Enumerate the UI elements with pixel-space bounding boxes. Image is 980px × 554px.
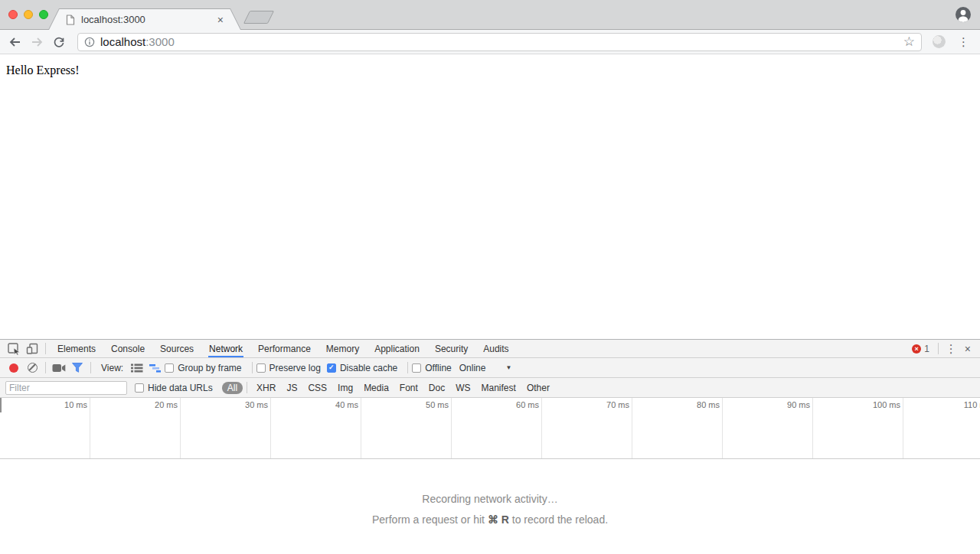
profile-avatar-icon[interactable] bbox=[955, 6, 972, 23]
error-count[interactable]: 1 bbox=[924, 344, 929, 354]
url-text: localhost:3000 bbox=[100, 35, 903, 48]
page-viewport: Hello Express! bbox=[0, 54, 980, 339]
reload-icon[interactable] bbox=[52, 35, 66, 49]
preserve-log-label: Preserve log bbox=[270, 363, 321, 373]
timeline-tick: 110 ms bbox=[903, 398, 980, 458]
filter-funnel-icon[interactable] bbox=[68, 360, 87, 376]
timeline-tick: 10 ms bbox=[0, 398, 90, 458]
group-by-frame-label: Group by frame bbox=[178, 363, 241, 373]
site-info-icon[interactable] bbox=[84, 37, 95, 47]
tab-network[interactable]: Network bbox=[201, 340, 250, 357]
tab-elements[interactable]: Elements bbox=[50, 340, 103, 357]
url-field[interactable]: localhost:3000 ☆ bbox=[77, 33, 922, 51]
divider bbox=[45, 362, 46, 373]
tab-sources[interactable]: Sources bbox=[152, 340, 201, 357]
page-body-text: Hello Express! bbox=[6, 64, 974, 77]
offline-checkbox[interactable] bbox=[412, 363, 421, 373]
group-by-frame-checkbox[interactable] bbox=[165, 363, 174, 373]
type-filter-css[interactable]: CSS bbox=[308, 383, 327, 393]
type-filter-doc[interactable]: Doc bbox=[429, 383, 445, 393]
extension-icon[interactable] bbox=[933, 35, 946, 48]
chevron-down-icon[interactable]: ▼ bbox=[505, 364, 511, 371]
bookmark-star-icon[interactable]: ☆ bbox=[903, 35, 915, 48]
clear-icon[interactable] bbox=[23, 360, 41, 376]
network-overview-timeline[interactable]: 10 ms 20 ms 30 ms 40 ms 50 ms 60 ms 70 m… bbox=[0, 398, 980, 459]
disable-cache-checkbox[interactable]: ✓ bbox=[327, 363, 336, 373]
overview-waterfall-icon[interactable] bbox=[146, 360, 165, 376]
timeline-tick: 50 ms bbox=[361, 398, 452, 458]
inspect-element-icon[interactable] bbox=[5, 341, 23, 357]
divider bbox=[45, 343, 46, 354]
reload-hint-text: Perform a request or hit ⌘ R to record t… bbox=[0, 513, 980, 526]
url-host: localhost bbox=[100, 35, 145, 48]
device-toolbar-icon[interactable] bbox=[23, 341, 41, 357]
devtools-tabs: Elements Console Sources Network Perform… bbox=[50, 340, 517, 357]
timeline-tick: 30 ms bbox=[181, 398, 271, 458]
type-filter-all[interactable]: All bbox=[222, 382, 243, 394]
tab-title: localhost:3000 bbox=[81, 14, 217, 25]
divider bbox=[247, 382, 247, 393]
type-filter-manifest[interactable]: Manifest bbox=[482, 383, 516, 393]
tab-memory[interactable]: Memory bbox=[318, 340, 367, 357]
network-toolbar: View: Group by frame Preserve log ✓ Disa… bbox=[0, 358, 980, 378]
timeline-tick: 90 ms bbox=[723, 398, 813, 458]
type-filter-media[interactable]: Media bbox=[364, 383, 389, 393]
record-icon[interactable] bbox=[5, 360, 23, 376]
tab-console[interactable]: Console bbox=[103, 340, 152, 357]
divider bbox=[90, 362, 91, 373]
url-port: :3000 bbox=[145, 35, 175, 48]
tab-close-icon[interactable]: × bbox=[217, 15, 224, 25]
timeline-tick: 60 ms bbox=[452, 398, 542, 458]
error-badge-icon[interactable]: × bbox=[912, 344, 921, 354]
tab-performance[interactable]: Performance bbox=[250, 340, 318, 357]
devtools-tabbar-right: × 1 ⋮ × bbox=[912, 343, 975, 355]
new-tab-button[interactable] bbox=[243, 11, 274, 24]
back-icon[interactable] bbox=[8, 35, 21, 49]
traffic-lights bbox=[8, 10, 48, 19]
network-empty-state: Recording network activity… Perform a re… bbox=[0, 459, 980, 554]
network-filter-bar: Hide data URLs All XHR JS CSS Img Media … bbox=[0, 378, 980, 398]
preserve-log-checkbox[interactable] bbox=[256, 363, 266, 373]
hide-data-urls-checkbox[interactable] bbox=[135, 383, 144, 393]
screenshot-camera-icon[interactable] bbox=[50, 360, 68, 376]
tab-security[interactable]: Security bbox=[427, 340, 475, 357]
devtools-tabbar: Elements Console Sources Network Perform… bbox=[0, 340, 980, 358]
overview-resize-handle[interactable] bbox=[0, 398, 2, 412]
type-filter-ws[interactable]: WS bbox=[456, 383, 470, 393]
timeline-tick: 40 ms bbox=[271, 398, 361, 458]
browser-tab[interactable]: localhost:3000 × bbox=[48, 8, 241, 30]
tab-audits[interactable]: Audits bbox=[475, 340, 516, 357]
timeline-tick: 80 ms bbox=[632, 398, 723, 458]
divider bbox=[938, 343, 939, 354]
throttling-select[interactable]: Online bbox=[459, 363, 486, 373]
filter-input[interactable] bbox=[5, 381, 127, 395]
devtools-panel: Elements Console Sources Network Perform… bbox=[0, 339, 980, 554]
timeline-tick: 100 ms bbox=[813, 398, 903, 458]
browser-window: localhost:3000 × bbox=[0, 0, 980, 554]
tab-application[interactable]: Application bbox=[367, 340, 427, 357]
type-filter-js[interactable]: JS bbox=[286, 383, 297, 393]
type-filter-img[interactable]: Img bbox=[338, 383, 353, 393]
forward-icon[interactable] bbox=[30, 35, 44, 49]
timeline-tick: 70 ms bbox=[542, 398, 632, 458]
type-filter-xhr[interactable]: XHR bbox=[256, 383, 276, 393]
keyboard-shortcut: ⌘ R bbox=[488, 513, 509, 526]
disable-cache-label: Disable cache bbox=[340, 363, 397, 373]
hide-data-urls-label: Hide data URLs bbox=[148, 383, 213, 393]
request-rows-view-icon[interactable] bbox=[128, 360, 146, 376]
devtools-close-icon[interactable]: × bbox=[960, 343, 975, 355]
minimize-window-button[interactable] bbox=[24, 10, 33, 19]
type-filter-font[interactable]: Font bbox=[400, 383, 418, 393]
titlebar: localhost:3000 × bbox=[0, 0, 980, 30]
offline-label: Offline bbox=[425, 363, 451, 373]
divider bbox=[252, 362, 253, 373]
view-label: View: bbox=[101, 363, 123, 373]
type-filter-other[interactable]: Other bbox=[527, 383, 550, 393]
close-window-button[interactable] bbox=[8, 10, 18, 19]
address-bar-row: localhost:3000 ☆ ⋮ bbox=[0, 30, 980, 54]
timeline-tick: 20 ms bbox=[90, 398, 181, 458]
page-document-icon bbox=[66, 15, 75, 25]
zoom-window-button[interactable] bbox=[39, 10, 48, 19]
devtools-menu-icon[interactable]: ⋮ bbox=[942, 343, 960, 354]
browser-menu-icon[interactable]: ⋮ bbox=[955, 36, 972, 47]
